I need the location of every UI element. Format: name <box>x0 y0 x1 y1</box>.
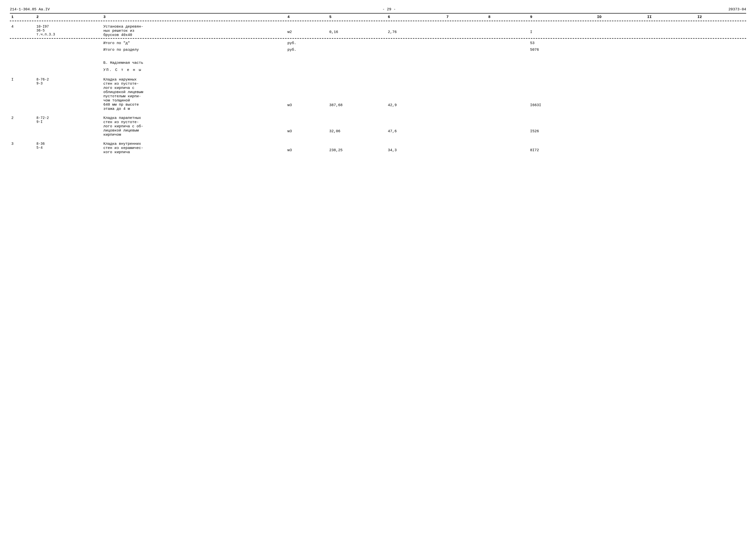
row-description: Установка деревян-ных решеток избрусков … <box>102 21 286 38</box>
row-num <box>10 39 35 46</box>
row-code: 8-72-2 9-I <box>35 112 102 138</box>
subsection-row: УП. С т е н ы <box>10 67 746 76</box>
subsection-label: УП. С т е н ы <box>102 67 746 76</box>
page-header: 214-1-304.85 Аа.IV - 29 - 20373-04 <box>10 7 746 12</box>
col-header-2: 2 <box>35 14 102 21</box>
row-col11 <box>646 39 696 46</box>
row-col5 <box>328 46 386 57</box>
header-left: 214-1-304.85 Аа.IV <box>10 7 50 12</box>
row-col10 <box>595 138 646 155</box>
row-col12 <box>696 112 746 138</box>
row-col9: 8I72 <box>529 138 595 155</box>
row-col5: 32,06 <box>328 112 386 138</box>
column-header-row: 1 2 3 4 5 6 7 8 9 IO II I2 <box>10 14 746 21</box>
row-col10 <box>595 46 646 57</box>
row-code: 8-36 5-4 <box>35 138 102 155</box>
row-col9: I663I <box>529 76 595 112</box>
col-header-10: IO <box>595 14 646 21</box>
row-col6: 2,76 <box>386 21 445 38</box>
col-header-8: 8 <box>487 14 529 21</box>
row-col9: I <box>529 21 595 38</box>
row-col8 <box>487 21 529 38</box>
row-description: Кладка парапетныхстен из пустоте-лого ки… <box>102 112 286 138</box>
row-col5 <box>328 39 386 46</box>
row-unit: м3 <box>286 112 328 138</box>
col-header-7: 7 <box>445 14 487 21</box>
row-col7 <box>445 46 487 57</box>
row-col11 <box>646 46 696 57</box>
section-num <box>10 57 35 67</box>
row-col11 <box>646 138 696 155</box>
row-unit: руб. <box>286 46 328 57</box>
section-label: Б. Надземная часть <box>102 57 746 67</box>
row-unit: м3 <box>286 138 328 155</box>
col-header-11: II <box>646 14 696 21</box>
section-row: Б. Надземная часть <box>10 57 746 67</box>
section-code <box>35 57 102 67</box>
row-col10 <box>595 21 646 38</box>
row-code: 10-I97 36-5 т.ч.п.3.3 <box>35 21 102 38</box>
row-col12 <box>696 46 746 57</box>
row-col7 <box>445 76 487 112</box>
row-col12 <box>696 39 746 46</box>
row-col9: 5076 <box>529 46 595 57</box>
row-num: 3 <box>10 138 35 155</box>
row-col10 <box>595 39 646 46</box>
row-col6 <box>386 46 445 57</box>
row-col7 <box>445 21 487 38</box>
col-header-6: 6 <box>386 14 445 21</box>
row-col11 <box>646 112 696 138</box>
row-col10 <box>595 76 646 112</box>
row-col7 <box>445 39 487 46</box>
col-header-5: 5 <box>328 14 386 21</box>
row-col8 <box>487 138 529 155</box>
row-num <box>10 46 35 57</box>
table-row: Итого по разделу руб. 5076 <box>10 46 746 57</box>
row-code <box>35 46 102 57</box>
row-unit: м3 <box>286 76 328 112</box>
row-col8 <box>487 76 529 112</box>
row-col10 <box>595 112 646 138</box>
row-col9: I526 <box>529 112 595 138</box>
main-table: 1 2 3 4 5 6 7 8 9 IO II I2 <box>10 14 746 155</box>
row-description: Итого по разделу <box>102 46 286 57</box>
row-num: 2 <box>10 112 35 138</box>
row-col7 <box>445 112 487 138</box>
row-col6: 47,6 <box>386 112 445 138</box>
row-col5: 0,16 <box>328 21 386 38</box>
row-unit: м2 <box>286 21 328 38</box>
row-col6: 42,9 <box>386 76 445 112</box>
col-header-4: 4 <box>286 14 328 21</box>
col-header-1: 1 <box>10 14 35 21</box>
row-unit: руб. <box>286 39 328 46</box>
row-col8 <box>487 112 529 138</box>
row-num: I <box>10 76 35 112</box>
row-col6: 34,3 <box>386 138 445 155</box>
row-col11 <box>646 21 696 38</box>
row-col12 <box>696 138 746 155</box>
col-header-3: 3 <box>102 14 286 21</box>
table-row: 3 8-36 5-4 Кладка внутреннихстен из кера… <box>10 138 746 155</box>
row-col12 <box>696 21 746 38</box>
row-num: 4 <box>10 21 35 38</box>
col-header-12: I2 <box>696 14 746 21</box>
row-col9: 53 <box>529 39 595 46</box>
row-code <box>35 39 102 46</box>
row-col6 <box>386 39 445 46</box>
row-col7 <box>445 138 487 155</box>
row-description: Кладка наружныхстен из пустоте-лого кирп… <box>102 76 286 112</box>
table-row: I 8-76-2 9-3 Кладка наружныхстен из пуст… <box>10 76 746 112</box>
table-row: 4 10-I97 36-5 т.ч.п.3.3 Установка деревя… <box>10 21 746 38</box>
col-header-9: 9 <box>529 14 595 21</box>
row-description: Кладка внутреннихстен из керамичес-кого … <box>102 138 286 155</box>
table-row: Итого по "д" руб. 53 <box>10 39 746 46</box>
subsection-code <box>35 67 102 76</box>
row-code: 8-76-2 9-3 <box>35 76 102 112</box>
row-col5: 387,68 <box>328 76 386 112</box>
row-description: Итого по "д" <box>102 39 286 46</box>
row-col11 <box>646 76 696 112</box>
row-col8 <box>487 39 529 46</box>
main-table-wrapper: 1 2 3 4 5 6 7 8 9 IO II I2 <box>10 14 746 155</box>
row-col8 <box>487 46 529 57</box>
subsection-num <box>10 67 35 76</box>
